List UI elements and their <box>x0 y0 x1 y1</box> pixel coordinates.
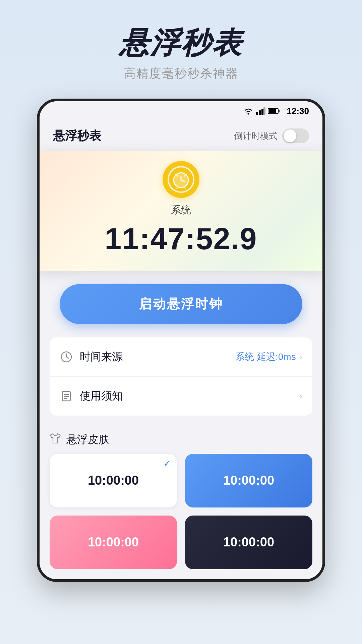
main-content: 启动悬浮时钟 时间来源 系统 延迟:0ms › <box>40 271 322 579</box>
status-icons <box>243 107 280 115</box>
start-btn-area: 启动悬浮时钟 <box>40 271 322 337</box>
card-source-label: 系统 <box>50 203 312 217</box>
floating-time-card: 系统 11:47:52.9 <box>37 151 325 271</box>
time-source-menu-item[interactable]: 时间来源 系统 延迟:0ms › <box>50 337 312 377</box>
page-header: 悬浮秒表 高精度毫秒秒杀神器 <box>0 0 362 82</box>
time-source-label: 时间来源 <box>80 350 235 364</box>
svg-line-13 <box>177 187 178 189</box>
skin-selected-check-icon: ✓ <box>163 458 171 469</box>
start-floating-clock-button[interactable]: 启动悬浮时钟 <box>60 284 302 324</box>
countdown-toggle-switch[interactable] <box>282 128 309 143</box>
countdown-label: 倒计时模式 <box>234 130 278 142</box>
countdown-toggle-area: 倒计时模式 <box>234 128 309 143</box>
usage-notice-chevron-icon: › <box>299 391 302 401</box>
status-bar: 12:30 <box>40 101 322 121</box>
svg-line-14 <box>184 187 185 189</box>
app-title: 悬浮秒表 <box>0 27 362 59</box>
skin-time-light: 10:00:00 <box>88 473 139 488</box>
app-header-bar: 悬浮秒表 倒计时模式 <box>40 121 322 154</box>
skin-card-blue[interactable]: 10:00:00 <box>185 454 312 507</box>
skin-card-pink[interactable]: 10:00:00 <box>50 516 177 569</box>
svg-rect-4 <box>263 107 265 115</box>
clock-icon-container <box>163 161 199 198</box>
svg-line-17 <box>66 357 69 358</box>
tshirt-icon <box>50 433 61 446</box>
skin-time-dark: 10:00:00 <box>223 535 274 549</box>
alarm-clock-icon <box>171 169 191 190</box>
document-icon <box>60 389 73 403</box>
status-time: 12:30 <box>287 106 309 116</box>
time-source-right: 系统 延迟:0ms › <box>235 351 302 363</box>
svg-rect-6 <box>269 109 276 113</box>
usage-notice-right: › <box>299 391 302 401</box>
svg-rect-1 <box>256 112 258 115</box>
signal-icon <box>256 107 265 115</box>
wifi-icon <box>243 107 253 115</box>
svg-rect-7 <box>279 110 280 112</box>
skin-time-blue: 10:00:00 <box>223 473 274 488</box>
toggle-thumb <box>284 129 296 142</box>
clock-outline-icon <box>60 350 73 364</box>
clock-icon-inner <box>168 166 194 193</box>
skin-card-dark[interactable]: 10:00:00 <box>185 516 312 569</box>
app-subtitle: 高精度毫秒秒杀神器 <box>0 65 362 82</box>
svg-point-0 <box>247 113 249 115</box>
battery-icon <box>268 108 280 114</box>
usage-notice-menu-item[interactable]: 使用须知 › <box>50 377 312 416</box>
skin-section: 悬浮皮肤 ✓ 10:00:00 10:00:00 10:00:00 <box>40 422 322 579</box>
phone-mockup: 12:30 悬浮秒表 倒计时模式 <box>37 99 325 582</box>
menu-section: 时间来源 系统 延迟:0ms › 使用须知 › <box>50 337 312 416</box>
usage-notice-label: 使用须知 <box>80 389 299 404</box>
time-source-chevron-icon: › <box>299 352 302 362</box>
skin-grid: ✓ 10:00:00 10:00:00 10:00:00 10:00:00 <box>50 454 312 569</box>
app-header-title: 悬浮秒表 <box>53 128 101 144</box>
skin-section-header: 悬浮皮肤 <box>50 422 312 454</box>
time-source-value: 系统 延迟:0ms <box>235 351 296 363</box>
svg-rect-2 <box>259 110 261 115</box>
time-display: 11:47:52.9 <box>50 224 312 254</box>
skin-section-title: 悬浮皮肤 <box>66 432 109 447</box>
skin-time-pink: 10:00:00 <box>88 535 139 549</box>
svg-rect-3 <box>261 109 263 115</box>
skin-card-light[interactable]: ✓ 10:00:00 <box>50 454 177 507</box>
